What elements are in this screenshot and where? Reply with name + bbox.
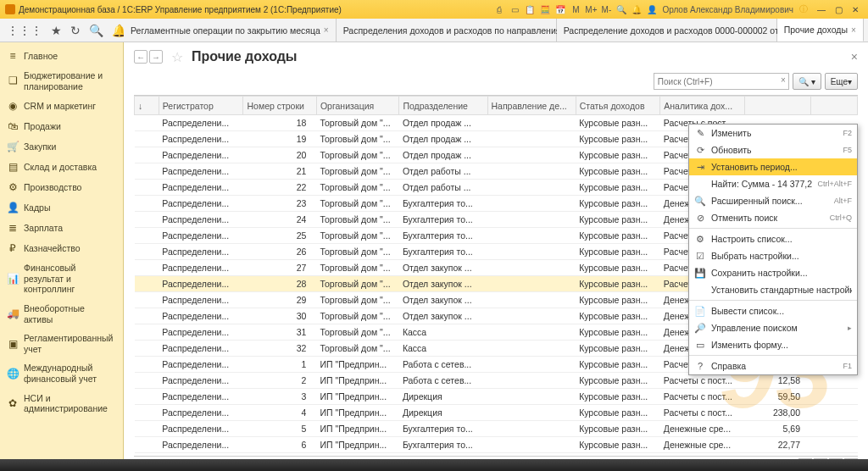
menu-item[interactable]: ▭Изменить форму... — [689, 336, 857, 353]
column-header[interactable] — [810, 97, 857, 115]
favorite-icon[interactable]: ☆ — [171, 49, 183, 65]
tab[interactable]: Регламентные операции по закрытию месяца… — [124, 19, 337, 42]
print-icon[interactable]: ⎙ — [494, 4, 504, 14]
menu-label: Справка — [711, 361, 837, 371]
menu-label: Управление поиском — [711, 323, 843, 333]
sidebar-icon: ❏ — [7, 75, 19, 87]
calendar-icon[interactable]: 📅 — [555, 4, 565, 14]
sidebar-item[interactable]: ₽Казначейство — [0, 238, 123, 258]
menu-item[interactable]: 🔎Управление поиском▸ — [689, 319, 857, 336]
menu-item[interactable]: ⇥Установить период... — [689, 158, 857, 175]
column-header[interactable]: Номер строки — [243, 97, 316, 115]
menu-item[interactable]: 💾Сохранить настройки... — [689, 264, 857, 281]
find-button[interactable]: 🔍 ▾ — [793, 73, 821, 90]
clear-search-icon[interactable]: × — [781, 75, 786, 85]
sidebar-item[interactable]: 🛒Закупки — [0, 136, 123, 157]
more-button[interactable]: Еще ▾ — [825, 73, 858, 90]
user-name[interactable]: Орлов Александр Владимирович — [662, 4, 793, 14]
sidebar-item[interactable]: 🛍Продажи — [0, 116, 123, 136]
sidebar-item[interactable]: 👤Кадры — [0, 197, 123, 218]
navigation-sidebar: ≡Главное❏Бюджетирование и планирование◉C… — [0, 42, 124, 471]
sidebar-label: Склад и доставка — [24, 162, 97, 173]
column-header[interactable]: Статья доходов — [576, 97, 660, 115]
menu-icon: ✎ — [694, 128, 706, 139]
menu-item[interactable]: 📄Вывести список... — [689, 302, 857, 319]
tab[interactable]: Распределение доходов и расходов 0000-00… — [557, 19, 777, 42]
menu-item[interactable]: ⚙Настроить список... — [689, 230, 857, 247]
column-header[interactable]: Аналитика дох... — [660, 97, 745, 115]
close-page-button[interactable]: × — [851, 50, 858, 64]
info-icon[interactable]: ⓘ — [798, 4, 809, 14]
menu-icon: 📄 — [694, 306, 706, 317]
menu-item[interactable]: ⊘Отменить поискCtrl+Q — [689, 209, 857, 226]
maximize-button[interactable]: ▢ — [831, 3, 846, 15]
menu-item[interactable]: ☑Выбрать настройки... — [689, 247, 857, 264]
sidebar-item[interactable]: 🚚Внеоборотные активы — [0, 299, 123, 329]
apps-icon[interactable]: ⋮⋮⋮ — [7, 24, 42, 37]
sidebar-item[interactable]: ❏Бюджетирование и планирование — [0, 66, 123, 96]
sidebar-item[interactable]: ⚙Производство — [0, 177, 123, 197]
close-tab-icon[interactable]: × — [851, 25, 856, 35]
column-header[interactable]: Регистратор — [159, 97, 243, 115]
menu-item[interactable]: Найти: Сумма - 14 377,28Ctrl+Alt+F — [689, 175, 857, 192]
sidebar-icon: ✿ — [7, 397, 19, 409]
sidebar-icon: 🛒 — [7, 141, 19, 152]
page-title: Прочие доходы — [192, 49, 298, 64]
search-input[interactable] — [654, 73, 789, 90]
minimize-button[interactable]: — — [814, 3, 829, 15]
menu-shortcut: Ctrl+Q — [830, 213, 852, 222]
menu-icon: ▭ — [694, 340, 706, 351]
back-button[interactable]: ← — [134, 50, 147, 64]
clipboard-icon[interactable]: 📋 — [525, 4, 535, 14]
m-icon[interactable]: M — [570, 4, 581, 14]
menu-item[interactable]: ?СправкаF1 — [689, 357, 857, 374]
column-header[interactable]: Организация — [316, 97, 398, 115]
sidebar-icon: 🛍 — [7, 120, 19, 132]
sidebar-label: CRM и маркетинг — [24, 101, 96, 112]
tab[interactable]: Прочие доходы× — [777, 19, 864, 42]
table-row[interactable]: Распределени...5ИП "Предприн...Бухгалтер… — [135, 421, 858, 437]
menu-item[interactable]: Установить стандартные настройки — [689, 281, 857, 298]
sidebar-item[interactable]: ≡Главное — [0, 46, 123, 66]
tab[interactable]: Распределения доходов и расходов по напр… — [337, 19, 557, 42]
menu-shortcut: F1 — [843, 362, 852, 370]
m-plus-icon[interactable]: M+ — [586, 4, 596, 14]
sidebar-label: Закупки — [24, 141, 56, 152]
forward-button[interactable]: → — [149, 50, 163, 64]
sidebar-item[interactable]: ▣Регламентированный учет — [0, 329, 123, 358]
sidebar-label: НСИ и администрирование — [24, 393, 116, 414]
close-button[interactable]: ✕ — [848, 3, 863, 15]
sidebar-item[interactable]: ◉CRM и маркетинг — [0, 96, 123, 116]
sidebar-item[interactable]: 🌐Международный финансовый учет — [0, 358, 123, 388]
table-row[interactable]: Распределени...3ИП "Предприн...ДирекцияК… — [135, 389, 858, 405]
table-row[interactable]: Распределени...6ИП "Предприн...Бухгалтер… — [135, 437, 858, 453]
history-icon[interactable]: ↻ — [70, 24, 81, 37]
menu-item[interactable]: ⟳ОбновитьF5 — [689, 141, 857, 158]
window-title: Демонстрационная база / 1С:ERP Управлени… — [19, 5, 494, 14]
app-icon — [5, 4, 15, 14]
calc-icon[interactable]: 🧮 — [540, 4, 550, 14]
table-row[interactable]: Распределени...4ИП "Предприн...ДирекцияК… — [135, 405, 858, 421]
column-header[interactable]: Направление де... — [487, 97, 576, 115]
doc-icon[interactable]: ▭ — [509, 4, 520, 14]
sidebar-item[interactable]: 📊Финансовый результат и контроллинг — [0, 258, 123, 299]
status-bar — [0, 459, 868, 471]
sidebar-item[interactable]: ✿НСИ и администрирование — [0, 389, 123, 418]
search-toolbar-icon[interactable]: 🔍 — [89, 24, 103, 37]
star-icon[interactable]: ★ — [51, 24, 62, 37]
m-minus-icon[interactable]: M- — [601, 4, 611, 14]
menu-item[interactable]: ✎ИзменитьF2 — [689, 125, 857, 141]
column-header[interactable]: ↓ — [135, 97, 159, 115]
menu-item[interactable]: 🔍Расширенный поиск...Alt+F — [689, 192, 857, 209]
menu-shortcut: F2 — [843, 129, 852, 137]
search-icon[interactable]: 🔍 — [616, 4, 626, 14]
menu-label: Сохранить настройки... — [711, 268, 852, 278]
sidebar-item[interactable]: ▤Склад и доставка — [0, 157, 123, 177]
column-header[interactable]: Подразделение — [399, 97, 487, 115]
column-header[interactable] — [745, 97, 811, 115]
menu-label: Отменить поиск — [711, 213, 825, 223]
sidebar-item[interactable]: ≣Зарплата — [0, 218, 123, 238]
user-icon[interactable]: 👤 — [647, 4, 657, 14]
close-tab-icon[interactable]: × — [324, 25, 329, 35]
bell-icon[interactable]: 🔔 — [632, 4, 642, 14]
